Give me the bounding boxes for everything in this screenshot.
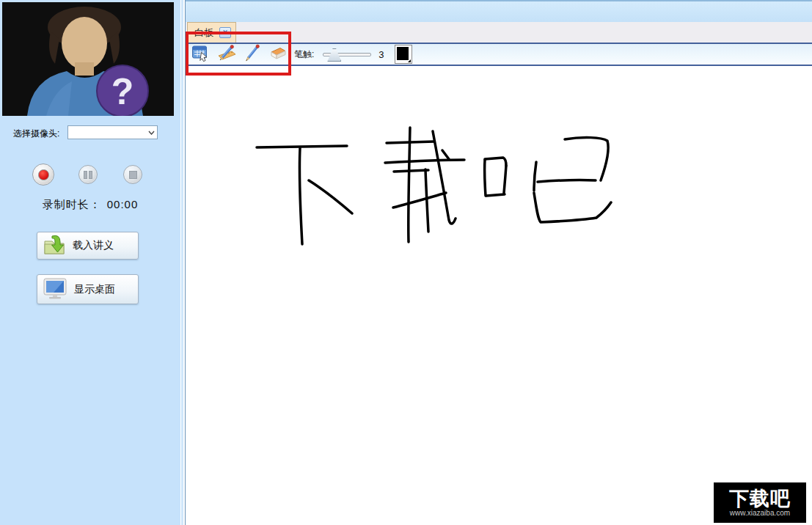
load-notes-icon [43, 235, 65, 257]
watermark: 下载吧 www.xiazaiba.com [714, 482, 806, 523]
brush-size-value: 3 [378, 49, 384, 60]
stop-button[interactable] [123, 165, 142, 184]
tab-whiteboard[interactable]: 白板 ✕ [187, 22, 236, 43]
show-desktop-button[interactable]: 显示桌面 [37, 274, 139, 304]
record-icon [38, 169, 49, 180]
tab-strip: 白板 ✕ [186, 22, 812, 43]
pencil-tool-button[interactable] [241, 45, 263, 65]
load-notes-button[interactable]: 载入讲义 [37, 232, 139, 260]
record-duration-label: 录制时长： [43, 198, 101, 210]
title-band [186, 0, 812, 22]
camera-select-label: 选择摄像头: [13, 128, 59, 140]
eraser-tool-button[interactable] [267, 45, 289, 65]
whiteboard-toolbar: 笔触: 3 [186, 43, 812, 66]
transport-controls [0, 162, 180, 188]
watermark-title: 下载吧 [729, 488, 791, 509]
pencil-tool-icon [243, 44, 262, 65]
watermark-url: www.xiazaiba.com [730, 509, 790, 518]
avatar-placeholder-icon: ? [2, 2, 174, 116]
pause-button[interactable] [78, 165, 98, 184]
record-duration-value: 00:00 [107, 198, 139, 210]
show-desktop-icon [43, 278, 67, 301]
brush-size-label: 笔触: [294, 48, 314, 61]
brush-color-fill [397, 47, 409, 60]
record-duration: 录制时长：00:00 [0, 198, 180, 212]
pause-icon [84, 171, 92, 179]
brush-color-swatch[interactable] [395, 45, 412, 64]
tab-whiteboard-label: 白板 [194, 26, 213, 40]
main-panel: 白板 ✕ [185, 0, 812, 525]
marker-pen-tool-button[interactable] [216, 45, 238, 65]
webcam-preview: ? [2, 2, 174, 116]
color-dropdown-arrow-icon [408, 59, 411, 62]
stop-icon [129, 171, 137, 179]
sidebar: ? 选择摄像头: 录制时长：00:00 [0, 0, 180, 525]
eraser-tool-icon [268, 44, 288, 65]
select-tool-button[interactable] [190, 45, 212, 65]
show-desktop-label: 显示桌面 [74, 283, 115, 296]
camera-select[interactable] [67, 125, 158, 139]
brush-size-slider[interactable] [323, 47, 371, 62]
select-tool-icon [191, 44, 211, 65]
load-notes-label: 载入讲义 [73, 239, 114, 252]
chevron-down-icon [145, 126, 157, 139]
svg-text:?: ? [111, 71, 134, 112]
close-icon[interactable]: ✕ [219, 27, 231, 38]
camera-select-row: 选择摄像头: [0, 125, 180, 140]
recorder-app: ? 选择摄像头: 录制时长：00:00 [0, 0, 812, 525]
marker-pen-tool-icon [217, 44, 236, 65]
record-button[interactable] [32, 164, 54, 186]
whiteboard-canvas[interactable] [186, 66, 812, 525]
